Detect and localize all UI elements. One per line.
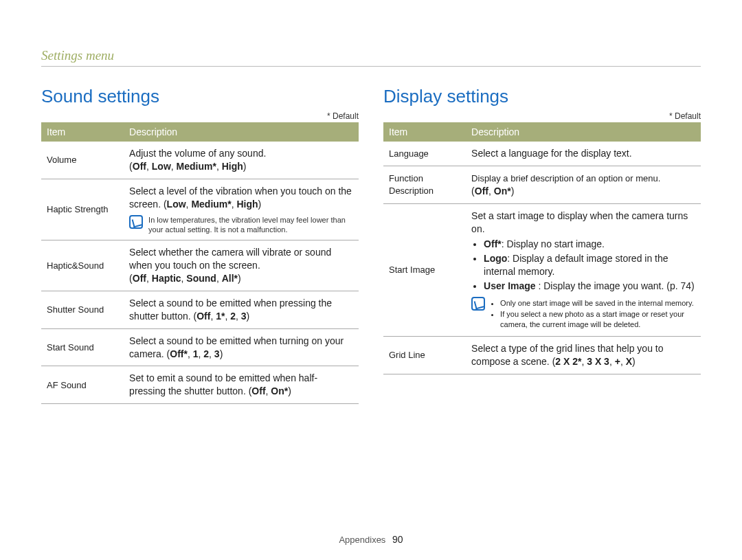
item-description: Adjust the volume of any sound. (Off, Lo… (124, 142, 359, 179)
table-row: AF Sound Set to emit a sound to be emitt… (41, 366, 359, 404)
table-row: Shutter Sound Select a sound to be emitt… (41, 291, 359, 328)
item-description: Set to emit a sound to be emitted when h… (124, 366, 359, 404)
note-icon (471, 297, 485, 311)
item-label: Volume (41, 142, 124, 179)
item-label: Grid Line (383, 336, 466, 374)
page-footer: Appendixes 90 (0, 534, 742, 545)
breadcrumb: Settings menu (41, 48, 701, 67)
table-row: Haptic Strength Select a level of the vi… (41, 179, 359, 240)
item-label: Language (383, 142, 466, 166)
col-header-item: Item (41, 122, 124, 142)
item-label: Function Description (383, 166, 466, 203)
item-label: AF Sound (41, 366, 124, 404)
item-description: Select a sound to be emitted when turnin… (124, 328, 359, 366)
sound-settings-column: Sound settings * Default Item Descriptio… (41, 86, 359, 404)
sound-settings-table: Item Description Volume Adjust the volum… (41, 122, 359, 404)
item-description: Select a sound to be emitted when pressi… (124, 291, 359, 328)
table-row: Haptic&Sound Select whether the camera w… (41, 240, 359, 291)
col-header-description: Description (466, 122, 701, 142)
col-header-description: Description (124, 122, 359, 142)
sound-settings-heading: Sound settings (41, 86, 359, 107)
item-label: Start Sound (41, 328, 124, 366)
page-number: 90 (392, 534, 403, 545)
item-description: Display a brief description of an option… (466, 166, 701, 203)
note-icon (129, 215, 143, 229)
item-description: Select whether the camera will vibrate o… (124, 240, 359, 291)
item-description: Select a language for the display text. (466, 142, 701, 166)
table-row: Language Select a language for the displ… (383, 142, 701, 166)
table-row: Function Description Display a brief des… (383, 166, 701, 203)
note-text: Only one start image will be saved in th… (491, 297, 695, 331)
display-settings-table: Item Description Language Select a langu… (383, 122, 701, 374)
default-note-left: * Default (41, 111, 359, 121)
item-description: Set a start image to display when the ca… (466, 203, 701, 336)
item-description: Select a type of the grid lines that hel… (466, 336, 701, 374)
default-note-right: * Default (383, 111, 701, 121)
table-row: Start Sound Select a sound to be emitted… (41, 328, 359, 366)
item-label: Shutter Sound (41, 291, 124, 328)
table-row: Grid Line Select a type of the grid line… (383, 336, 701, 374)
footer-section-label: Appendixes (339, 535, 385, 545)
table-row: Volume Adjust the volume of any sound. (… (41, 142, 359, 179)
item-label: Start Image (383, 203, 466, 336)
display-settings-column: Display settings * Default Item Descript… (383, 86, 701, 404)
display-settings-heading: Display settings (383, 86, 701, 107)
table-row: Start Image Set a start image to display… (383, 203, 701, 336)
item-label: Haptic&Sound (41, 240, 124, 291)
col-header-item: Item (383, 122, 466, 142)
item-label: Haptic Strength (41, 179, 124, 240)
item-description: Select a level of the vibration when you… (124, 179, 359, 240)
note-text: In low temperatures, the vibration level… (148, 215, 353, 235)
